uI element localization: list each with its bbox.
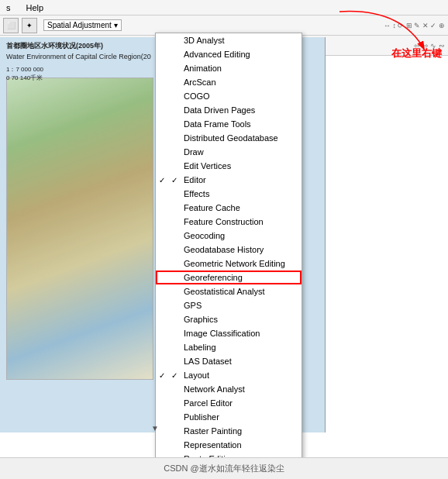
- menu-item-advanced-editing[interactable]: Advanced Editing: [156, 47, 302, 61]
- menu-item-image-classification[interactable]: Image Classification: [156, 326, 302, 340]
- menu-item-editor[interactable]: ✓Editor: [156, 173, 302, 187]
- menu-item-s[interactable]: s: [3, 2, 14, 13]
- menu-item-parcel-editor[interactable]: Parcel Editor: [156, 396, 302, 410]
- toolbar-btn-1[interactable]: ⬜: [3, 18, 19, 33]
- menu-label-6: Data Frame Tools: [184, 119, 251, 129]
- menu-label-18: Geostatistical Analyst: [184, 287, 265, 296]
- menu-item-geocoding[interactable]: Geocoding: [156, 229, 302, 243]
- menu-item-representation[interactable]: Representation: [156, 438, 302, 452]
- menu-item-georeferencing[interactable]: Georeferencing: [156, 271, 302, 284]
- menu-label-24: Layout: [184, 370, 209, 380]
- menu-label-19: GPS: [184, 301, 202, 310]
- menu-item-feature-cache[interactable]: Feature Cache: [156, 201, 302, 215]
- menu-item-feature-construction[interactable]: Feature Construction: [156, 215, 302, 229]
- menu-label-10: Editor: [184, 175, 206, 184]
- menu-label-1: Advanced Editing: [184, 50, 250, 59]
- app-window: s Help ⬜ ✦ Spatial Adjustment ▾ ↔ ↕ ⟳ ⊞ …: [0, 0, 448, 457]
- menu-label-13: Feature Construction: [184, 217, 264, 226]
- scroll-arrow: ▼: [151, 424, 159, 432]
- menu-label-4: COGO: [184, 91, 210, 101]
- menu-label-12: Feature Cache: [184, 203, 240, 212]
- menu-label-9: Edit Vertices: [184, 161, 231, 171]
- menu-label-3: ArcScan: [184, 78, 216, 87]
- menu-label-16: Geometric Network Editing: [184, 259, 285, 268]
- menu-label-22: Labeling: [184, 343, 216, 352]
- check-icon-24: ✓: [171, 371, 181, 380]
- menu-item-draw[interactable]: Draw: [156, 145, 302, 159]
- menu-item-graphics[interactable]: Graphics: [156, 312, 302, 326]
- curved-arrow-annotation: [293, 4, 448, 76]
- menu-label-17: Georeferencing: [184, 273, 243, 282]
- map-scale: 1：7 000 000 0 70 140千米: [6, 65, 43, 82]
- menu-item-geostatistical-analyst[interactable]: Geostatistical Analyst: [156, 284, 302, 298]
- menu-label-25: Network Analyst: [184, 384, 245, 394]
- menu-item-cogo[interactable]: COGO: [156, 89, 302, 103]
- check-icon-10: ✓: [171, 176, 181, 184]
- menu-label-29: Representation: [184, 440, 242, 450]
- menu-item-layout[interactable]: ✓Layout: [156, 368, 302, 382]
- menu-label-27: Publisher: [184, 412, 219, 422]
- menu-label-2: Animation: [184, 64, 222, 73]
- menu-item-edit-vertices[interactable]: Edit Vertices: [156, 159, 302, 173]
- menu-item-network-analyst[interactable]: Network Analyst: [156, 382, 302, 396]
- toolbar-btn-2[interactable]: ✦: [22, 18, 37, 33]
- menu-label-28: Raster Painting: [184, 426, 242, 436]
- watermark: CSDN @逝水如流年轻往返染尘: [0, 457, 448, 479]
- menu-item-effects[interactable]: Effects: [156, 187, 302, 201]
- menu-item-gps[interactable]: GPS: [156, 298, 302, 312]
- menu-item-3d-analyst[interactable]: 3D Analyst: [156, 33, 302, 47]
- menu-label-20: Graphics: [184, 315, 218, 324]
- menu-label-5: Data Driven Pages: [184, 105, 255, 115]
- menu-label-0: 3D Analyst: [184, 36, 225, 45]
- menu-label-7: Distributed Geodatabase: [184, 133, 278, 143]
- menu-item-animation[interactable]: Animation: [156, 61, 302, 75]
- menu-item-data-driven-pages[interactable]: Data Driven Pages: [156, 103, 302, 117]
- menu-item-labeling[interactable]: Labeling: [156, 340, 302, 354]
- menu-label-8: Draw: [184, 147, 204, 157]
- menu-item-route-editing[interactable]: Route Editing: [156, 452, 302, 457]
- menu-item-las-dataset[interactable]: LAS Dataset: [156, 354, 302, 368]
- map-visual: [6, 78, 153, 380]
- menu-label-30: Route Editing: [184, 454, 235, 457]
- menu-item-geodatabase-history[interactable]: Geodatabase History: [156, 243, 302, 257]
- menu-item-distributed-geodatabase[interactable]: Distributed Geodatabase: [156, 131, 302, 145]
- menu-item-arcscan[interactable]: ArcScan: [156, 75, 302, 89]
- menu-item-geometric-network-editing[interactable]: Geometric Network Editing: [156, 257, 302, 271]
- menu-label-26: Parcel Editor: [184, 398, 233, 408]
- spatial-adjustment-label[interactable]: Spatial Adjustment ▾: [43, 19, 122, 31]
- menu-item-data-frame-tools[interactable]: Data Frame Tools: [156, 117, 302, 131]
- menu-item-help[interactable]: Help: [23, 2, 47, 13]
- menu-label-11: Effects: [184, 189, 209, 198]
- menu-label-21: Image Classification: [184, 329, 260, 338]
- menu-label-15: Geodatabase History: [184, 245, 264, 254]
- menu-label-23: LAS Dataset: [184, 357, 232, 366]
- menu-item-raster-painting[interactable]: Raster Painting: [156, 424, 302, 438]
- context-menu: 3D AnalystAdvanced EditingAnimationArcSc…: [155, 33, 302, 457]
- map-title: 首都圈地区水环境状况(2005年) Water Environment of C…: [6, 40, 151, 62]
- menu-item-publisher[interactable]: Publisher: [156, 410, 302, 424]
- menu-label-14: Geocoding: [184, 231, 225, 240]
